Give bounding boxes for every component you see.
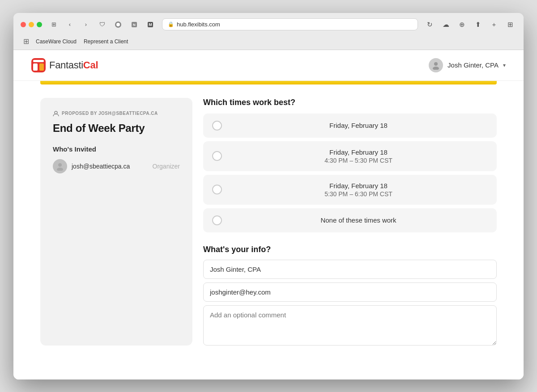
browser-controls: ⊞ ‹ › 🛡 N <box>47 18 157 31</box>
browser-chrome: ⊞ ‹ › 🛡 N <box>13 13 524 50</box>
time-option-2[interactable]: Friday, February 18 4:30 PM – 5:30 PM CS… <box>203 141 497 171</box>
extension-icon-1 <box>112 18 124 31</box>
time-text-none: None of these times work <box>229 216 488 224</box>
time-text-2: Friday, February 18 4:30 PM – 5:30 PM CS… <box>229 148 488 164</box>
info-fields <box>203 260 497 346</box>
logo-text: FantastiCal <box>49 59 98 71</box>
svg-rect-7 <box>33 60 44 62</box>
right-panel: Which times work best? Friday, February … <box>203 98 497 346</box>
info-section-title: What's your info? <box>203 245 497 254</box>
whos-invited-label: Who's Invited <box>53 145 180 153</box>
logo-area: FantastiCal <box>31 58 98 72</box>
svg-rect-9 <box>39 63 44 71</box>
svg-point-13 <box>58 163 62 167</box>
time-options: Friday, February 18 Friday, February 18 … <box>203 114 497 232</box>
time-primary-1: Friday, February 18 <box>229 122 488 129</box>
yellow-banner <box>40 81 497 84</box>
event-title: End of Week Party <box>53 122 180 135</box>
email-input[interactable] <box>203 282 497 302</box>
main-layout: PROPOSED BY JOSH@SBEATTIECPA.CA End of W… <box>13 84 524 359</box>
time-option-3[interactable]: Friday, February 18 5:30 PM – 6:30 PM CS… <box>203 175 497 205</box>
maximize-button[interactable] <box>37 22 42 27</box>
radio-button-3[interactable] <box>212 185 222 194</box>
apps-icon[interactable]: ⊞ <box>21 36 31 47</box>
download-button[interactable]: ⊕ <box>456 18 468 31</box>
bookmarks-bar: ⊞ CaseWare Cloud Represent a Client <box>13 34 524 50</box>
bookmark-represent[interactable]: Represent a Client <box>81 38 131 46</box>
tab-overview-button[interactable]: ⊞ <box>504 18 516 31</box>
user-area[interactable]: Josh Ginter, CPA ▾ <box>429 58 506 72</box>
address-bar[interactable]: 🔒 hub.flexibits.com <box>162 18 418 30</box>
bookmark-caseware[interactable]: CaseWare Cloud <box>33 38 79 46</box>
time-primary-3: Friday, February 18 <box>229 182 488 190</box>
time-secondary-2: 4:30 PM – 5:30 PM CST <box>229 157 488 164</box>
browser-window: ⊞ ‹ › 🛡 N <box>13 13 524 379</box>
time-secondary-3: 5:30 PM – 6:30 PM CST <box>229 190 488 198</box>
svg-point-12 <box>55 111 57 114</box>
time-primary-none: None of these times work <box>229 216 488 224</box>
browser-actions: ↻ ☁ ⊕ ⬆ + ⊞ <box>423 18 516 31</box>
proposed-by-icon <box>53 110 59 117</box>
shield-icon: 🛡 <box>96 18 108 31</box>
address-bar-container: 🔒 hub.flexibits.com <box>162 18 418 30</box>
user-name-label: Josh Ginter, CPA <box>448 61 499 69</box>
name-input[interactable] <box>203 260 497 279</box>
cloud-icon: ☁ <box>439 18 452 31</box>
time-text-3: Friday, February 18 5:30 PM – 6:30 PM CS… <box>229 182 488 198</box>
time-option-1[interactable]: Friday, February 18 <box>203 114 497 138</box>
share-button[interactable]: ⬆ <box>472 18 484 31</box>
url-text: hub.flexibits.com <box>177 21 220 28</box>
svg-point-1 <box>116 23 120 26</box>
sidebar-toggle-button[interactable]: ⊞ <box>47 18 60 31</box>
title-bar: ⊞ ‹ › 🛡 N <box>13 13 524 34</box>
organizer-role-label: Organizer <box>153 163 180 170</box>
time-text-1: Friday, February 18 <box>229 122 488 129</box>
svg-text:N: N <box>133 23 136 27</box>
proposed-by-text: PROPOSED BY JOSH@SBEATTIECPA.CA <box>62 111 158 116</box>
logo-cal: Cal <box>83 59 98 71</box>
reload-button[interactable]: ↻ <box>423 18 436 31</box>
fantastical-logo-icon <box>31 58 46 72</box>
svg-text:M: M <box>149 22 152 27</box>
svg-rect-8 <box>33 63 38 71</box>
radio-button-1[interactable] <box>212 121 222 131</box>
left-panel: PROPOSED BY JOSH@SBEATTIECPA.CA End of W… <box>40 98 192 346</box>
time-option-none[interactable]: None of these times work <box>203 208 497 232</box>
lock-icon: 🔒 <box>168 21 174 27</box>
new-tab-button[interactable]: + <box>488 18 500 31</box>
minimize-button[interactable] <box>29 22 34 27</box>
traffic-lights <box>21 22 42 27</box>
time-primary-2: Friday, February 18 <box>229 148 488 156</box>
page-content: FantastiCal Josh Ginter, CPA ▾ <box>13 50 524 379</box>
organizer-row: josh@sbeattiecpa.ca Organizer <box>53 159 180 173</box>
svg-point-11 <box>433 67 439 70</box>
app-header: FantastiCal Josh Ginter, CPA ▾ <box>13 50 524 81</box>
radio-button-2[interactable] <box>212 151 222 161</box>
svg-point-10 <box>434 62 438 66</box>
comment-textarea[interactable] <box>203 305 497 346</box>
avatar <box>429 58 443 72</box>
organizer-avatar <box>53 159 67 173</box>
close-button[interactable] <box>21 22 26 27</box>
chevron-down-icon: ▾ <box>503 62 506 68</box>
proposed-by: PROPOSED BY JOSH@SBEATTIECPA.CA <box>53 110 180 117</box>
time-section-title: Which times work best? <box>203 98 497 107</box>
forward-button[interactable]: › <box>80 18 92 31</box>
extension-icon-3: M <box>144 18 157 31</box>
back-button[interactable]: ‹ <box>64 18 76 31</box>
radio-button-none[interactable] <box>212 215 222 225</box>
organizer-email: josh@sbeattiecpa.ca <box>72 163 148 170</box>
extension-icon-2: N <box>128 18 141 31</box>
svg-point-14 <box>57 168 63 171</box>
